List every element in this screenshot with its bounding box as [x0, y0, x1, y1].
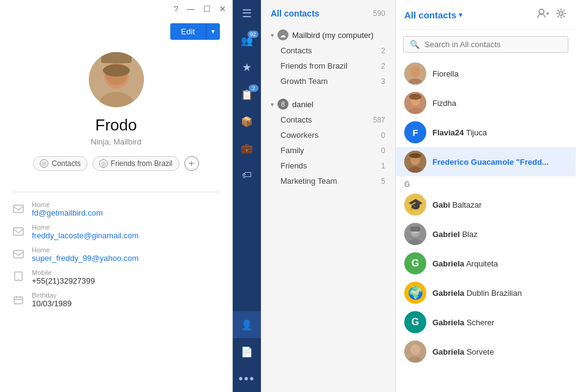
contact-row-frederico[interactable]: Frederico Guacamole "Fredd... [396, 147, 576, 176]
tag-friends-brazil[interactable]: ◎ Friends from Brazil [92, 156, 179, 171]
edit-toolbar: Edit ▾ [0, 17, 232, 46]
daniel-chevron-icon: ▾ [271, 101, 274, 108]
birthday-icon [12, 293, 24, 305]
contacts-main-button[interactable]: 👥 92 [233, 27, 261, 54]
contacts-badge: 92 [247, 31, 258, 38]
search-input[interactable] [424, 40, 562, 49]
edit-dropdown-button[interactable]: ▾ [206, 23, 220, 40]
archive-button[interactable]: 📦 [233, 108, 261, 135]
email-row-1: Home fd@getmailbird.com [12, 201, 220, 217]
profile-section: Frodo Ninja, Mailbird ◎ Contacts ◎ Frien… [0, 46, 232, 192]
avatar-gabriel [404, 223, 426, 245]
svg-point-14 [539, 9, 544, 14]
svg-rect-10 [14, 297, 23, 304]
daniel-family-label: Family [281, 146, 304, 155]
avatar-gabriela-sorvete [404, 341, 426, 363]
svg-point-19 [410, 66, 420, 77]
email-row-2: Home freddy_lacoste@ginamail.com [12, 224, 220, 240]
svg-point-4 [103, 64, 130, 77]
more-button[interactable]: ••• [233, 365, 261, 392]
icon-bar: ☰ 👥 92 ★ 📋 2 📦 💼 🏷 👤 📄 ••• [233, 0, 261, 392]
email-icon-3 [12, 247, 24, 260]
contact-row-gabriela-sorvete[interactable]: Gabriela Sorvete [396, 337, 576, 366]
mailbird-contacts-count: 2 [381, 47, 385, 55]
menu-icon-button[interactable]: ☰ [233, 0, 261, 27]
avatar-gabriela-scherer: G [404, 311, 426, 333]
close-icon[interactable]: ✕ [219, 4, 226, 13]
email-value-1[interactable]: fd@getmailbird.com [32, 208, 103, 217]
avatar [89, 52, 144, 107]
favorites-button[interactable]: ★ [233, 54, 261, 81]
contact-list-count: 590 [373, 9, 385, 18]
svg-point-35 [410, 344, 420, 355]
daniel-marketing-team-count: 5 [381, 177, 385, 186]
email-value-2[interactable]: freddy_lacoste@ginamail.com [32, 231, 138, 240]
list-button[interactable]: 📋 2 [233, 81, 261, 108]
briefcase-icon: 💼 [241, 143, 253, 154]
contact-row-gabriela-scherer[interactable]: G Gabriela Scherer [396, 307, 576, 337]
svg-point-24 [409, 94, 421, 100]
contact-row-gabriela-arquiteta[interactable]: G Gabriela Arquiteta [396, 249, 576, 278]
tag-icon: 🏷 [242, 170, 252, 181]
person-button[interactable]: 👤 [233, 311, 261, 338]
doc-button[interactable]: 📄 [233, 338, 261, 365]
avatar-gabriela-dublin: 🌍 [404, 282, 426, 304]
hamburger-icon: ☰ [242, 7, 252, 20]
doc-icon: 📄 [241, 346, 253, 358]
contact-row-flavia24[interactable]: F Flavia24 Tijuca [396, 118, 576, 147]
help-icon[interactable]: ? [174, 4, 178, 13]
daniel-coworkers-label: Coworkers [281, 130, 318, 140]
left-panel: ? — ☐ ✕ Edit ▾ Frodo Ninja, Mailbird ◎ C… [0, 0, 233, 392]
tags-row: ◎ Contacts ◎ Friends from Brazil + [33, 156, 198, 171]
email-value-3[interactable]: super_freddy_99@yahoo.com [32, 254, 138, 263]
daniel-family-count: 0 [381, 146, 385, 155]
work-button[interactable]: 💼 [233, 135, 261, 162]
add-tag-button[interactable]: + [184, 156, 199, 171]
daniel-friends-item[interactable]: Friends 1 [261, 158, 395, 173]
mailbird-chevron-icon: ▾ [271, 32, 274, 39]
contact-row-gabriel[interactable]: Gabriel Blaz [396, 219, 576, 249]
minimize-icon[interactable]: — [187, 4, 195, 13]
mailbird-friends-brazil-label: Friends from Brazil [281, 61, 347, 70]
tags-button[interactable]: 🏷 [233, 162, 261, 189]
tag-contacts[interactable]: ◎ Contacts [33, 156, 87, 171]
contact-name-gabriela-arquiteta: Gabriela Arquiteta [432, 259, 498, 268]
contact-row-fiorella[interactable]: Fiorella [396, 59, 576, 88]
daniel-contacts-item[interactable]: Contacts 587 [261, 112, 395, 127]
contact-row-gabi[interactable]: 🎓 Gabi Baltazar [396, 190, 576, 219]
right-actions [537, 7, 567, 22]
daniel-coworkers-count: 0 [381, 131, 385, 140]
contacts-tag-icon: ◎ [40, 159, 48, 168]
mailbird-friends-brazil-item[interactable]: Friends from Brazil 2 [261, 58, 395, 74]
avatar-gabi: 🎓 [404, 194, 426, 216]
daniel-friends-count: 1 [381, 162, 385, 170]
daniel-friends-label: Friends [281, 161, 307, 170]
contact-row-fizdha[interactable]: Fizdha [396, 88, 576, 118]
avatar-fiorella [404, 62, 426, 85]
birthday-value: 10/03/1989 [32, 299, 72, 308]
list-badge: 2 [249, 85, 258, 92]
mailbird-section-header[interactable]: ▾ ☁ Mailbird (my computer) [261, 24, 395, 43]
daniel-family-item[interactable]: Family 0 [261, 143, 395, 158]
search-icon: 🔍 [410, 40, 420, 49]
right-title-chevron[interactable]: ▾ [459, 11, 462, 19]
phone-value: +55(21)32927399 [32, 276, 95, 285]
settings-icon[interactable] [555, 7, 567, 22]
contact-list-header: All contacts 590 [261, 0, 395, 24]
edit-button[interactable]: Edit [170, 23, 206, 40]
contact-name-gabriel: Gabriel Blaz [432, 230, 478, 239]
add-contact-icon[interactable] [537, 7, 549, 22]
tag-contacts-label: Contacts [51, 159, 80, 168]
mailbird-growth-team-item[interactable]: Growth Team 3 [261, 74, 395, 89]
window-controls: ? — ☐ ✕ [0, 0, 232, 17]
daniel-coworkers-item[interactable]: Coworkers 0 [261, 127, 395, 143]
mailbird-contacts-item[interactable]: Contacts 2 [261, 43, 395, 58]
contact-row-gabriela-dublin[interactable]: 🌍 Gabriela Dublin Brazilian [396, 278, 576, 307]
maximize-icon[interactable]: ☐ [203, 4, 211, 13]
right-title: All contacts ▾ [404, 10, 462, 20]
daniel-marketing-team-item[interactable]: Marketing Team 5 [261, 173, 395, 189]
daniel-section-header[interactable]: ▾ 8 daniel [261, 94, 395, 112]
birthday-text: Birthday 10/03/1989 [32, 292, 72, 308]
mailbird-friends-brazil-count: 2 [381, 62, 385, 70]
email-text-1: Home fd@getmailbird.com [32, 201, 103, 217]
